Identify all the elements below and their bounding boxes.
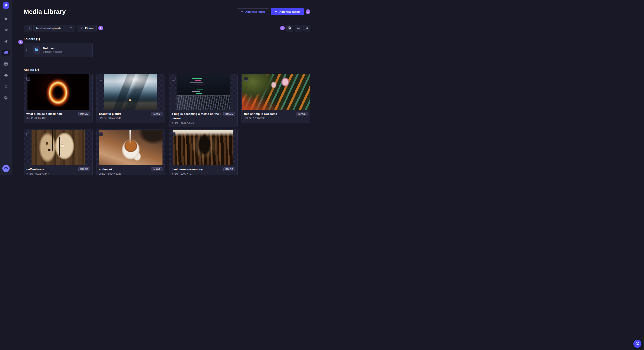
asset-card-footer: coffee-art JPEG - 5824✕3259 IMAGE bbox=[96, 165, 165, 175]
latte-art-image bbox=[99, 130, 162, 165]
asset-name: what-s-inside-a-black-hole bbox=[26, 112, 62, 116]
asset-card[interactable]: the-internet-s-own-boy JPEG - 1200✕707 I… bbox=[169, 130, 238, 175]
asset-checkbox[interactable] bbox=[244, 77, 248, 81]
asset-type-badge: IMAGE bbox=[78, 112, 90, 116]
asset-thumbnail bbox=[169, 130, 238, 165]
asset-thumbnail bbox=[24, 74, 92, 110]
asset-info: the-internet-s-own-boy JPEG - 1200✕707 bbox=[172, 167, 203, 175]
asset-meta: JPEG - 5824✕3259 bbox=[99, 172, 122, 175]
asset-meta: JPEG - 1200✕630 bbox=[244, 117, 277, 120]
sidebar-item-marketplace[interactable] bbox=[2, 83, 10, 90]
plus-icon bbox=[240, 10, 244, 14]
user-avatar[interactable]: KD bbox=[2, 165, 10, 172]
asset-card[interactable]: a-bug-is-becoming-a-meme-on-the-internet… bbox=[169, 74, 238, 127]
list-view-button[interactable] bbox=[295, 25, 302, 31]
toolbar-right: 3 bbox=[280, 25, 310, 31]
folder-meta: 0 folder, 4 assets bbox=[43, 50, 62, 53]
folder-info: Not used 0 folder, 4 assets bbox=[43, 47, 62, 53]
workspace-logo-button[interactable] bbox=[0, 0, 12, 12]
library-man-image bbox=[173, 130, 234, 165]
asset-info: what-s-inside-a-black-hole JPEG - 800✕46… bbox=[26, 112, 62, 120]
assets-toolbar: Most recent uploads Filters 2 3 bbox=[24, 25, 310, 31]
sidebar-item-releases[interactable] bbox=[2, 38, 10, 45]
asset-card[interactable]: this-shrimp-is-awesome JPEG - 1200✕630 I… bbox=[241, 74, 310, 123]
asset-name: this-shrimp-is-awesome bbox=[244, 112, 277, 116]
coffee-beans-image bbox=[32, 130, 85, 165]
gear-icon bbox=[288, 26, 292, 30]
mountains-image bbox=[104, 74, 158, 110]
filters-button[interactable]: Filters bbox=[77, 25, 97, 31]
gear-icon bbox=[4, 96, 8, 101]
folder-name: Not used bbox=[43, 47, 62, 50]
sidebar: KD bbox=[0, 0, 12, 175]
layout-icon bbox=[4, 62, 8, 67]
sidebar-item-deploy[interactable] bbox=[2, 72, 10, 79]
folders-section: 4 Folders (1) Not used 0 folder, 4 asset… bbox=[24, 37, 310, 57]
search-button[interactable] bbox=[304, 25, 310, 31]
asset-card-footer: a-bug-is-becoming-a-meme-on-the-internet… bbox=[169, 110, 238, 127]
tour-badge-4[interactable]: 4 bbox=[18, 40, 23, 44]
asset-type-badge: IMAGE bbox=[78, 167, 90, 172]
asset-checkbox[interactable] bbox=[172, 132, 176, 136]
sidebar-item-media-library[interactable] bbox=[2, 49, 10, 56]
asset-thumbnail bbox=[169, 74, 238, 110]
sidebar-nav bbox=[2, 16, 10, 101]
asset-name: beautiful-picture bbox=[99, 112, 122, 116]
asset-card-footer: beautiful-picture JPEG - 3824✕2548 IMAGE bbox=[96, 110, 165, 122]
asset-checkbox[interactable] bbox=[26, 132, 30, 136]
asset-card[interactable]: coffee-beans JPEG - 5021✕3347 IMAGE bbox=[24, 130, 93, 175]
tour-badge-3[interactable]: 3 bbox=[280, 26, 285, 30]
asset-type-badge: IMAGE bbox=[296, 112, 308, 116]
asset-name: the-internet-s-own-boy bbox=[172, 167, 203, 172]
section-divider bbox=[24, 63, 310, 63]
asset-card[interactable]: what-s-inside-a-black-hole JPEG - 800✕46… bbox=[24, 74, 93, 123]
select-all-button[interactable] bbox=[24, 25, 32, 31]
main-content: Media Library Add new folder Add new ass… bbox=[12, 0, 322, 175]
asset-meta: JPEG - 3628✕2419 bbox=[172, 121, 222, 124]
assets-section: Assets (7) what-s-inside-a-black-hole JP… bbox=[24, 68, 310, 175]
sidebar-item-settings[interactable] bbox=[2, 95, 10, 101]
asset-thumbnail bbox=[96, 74, 165, 110]
asset-info: coffee-art JPEG - 5824✕3259 bbox=[99, 167, 122, 175]
asset-checkbox[interactable] bbox=[26, 77, 30, 81]
assets-grid: what-s-inside-a-black-hole JPEG - 800✕46… bbox=[24, 74, 310, 175]
tour-badge-2[interactable]: 2 bbox=[98, 26, 103, 30]
black-hole-image bbox=[28, 74, 88, 110]
page-header: Media Library Add new folder Add new ass… bbox=[24, 8, 310, 15]
asset-thumbnail bbox=[96, 130, 165, 165]
asset-meta: JPEG - 800✕466 bbox=[26, 117, 62, 120]
asset-meta: JPEG - 3824✕2548 bbox=[99, 117, 122, 120]
asset-info: beautiful-picture JPEG - 3824✕2548 bbox=[99, 112, 122, 120]
asset-name: a-bug-is-becoming-a-meme-on-the-internet bbox=[172, 112, 222, 121]
asset-checkbox[interactable] bbox=[99, 132, 103, 136]
asset-info: this-shrimp-is-awesome JPEG - 1200✕630 bbox=[244, 112, 277, 120]
sidebar-item-home[interactable] bbox=[2, 16, 10, 22]
folder-checkbox[interactable] bbox=[26, 48, 30, 52]
folder-icon-tile bbox=[33, 46, 40, 54]
asset-card-footer: coffee-beans JPEG - 5021✕3347 IMAGE bbox=[24, 165, 92, 175]
asset-type-badge: IMAGE bbox=[151, 167, 162, 172]
asset-checkbox[interactable] bbox=[99, 77, 103, 81]
add-new-assets-button[interactable]: Add new assets bbox=[271, 8, 304, 15]
assets-heading: Assets (7) bbox=[24, 68, 310, 71]
tour-badge-1[interactable]: 1 bbox=[306, 9, 310, 14]
add-new-folder-button[interactable]: Add new folder bbox=[236, 8, 269, 15]
plus-icon bbox=[274, 10, 278, 14]
asset-card[interactable]: beautiful-picture JPEG - 3824✕2548 IMAGE bbox=[96, 74, 165, 123]
asset-checkbox[interactable] bbox=[172, 77, 176, 81]
sidebar-item-content-type-builder[interactable] bbox=[2, 61, 10, 68]
asset-thumbnail bbox=[24, 130, 92, 165]
asset-card[interactable]: coffee-art JPEG - 5824✕3259 IMAGE bbox=[96, 130, 165, 175]
asset-card-footer: this-shrimp-is-awesome JPEG - 1200✕630 I… bbox=[242, 110, 310, 122]
asset-card-footer: what-s-inside-a-black-hole JPEG - 800✕46… bbox=[24, 110, 92, 122]
search-icon bbox=[305, 26, 309, 30]
sort-dropdown[interactable]: Most recent uploads bbox=[34, 25, 75, 31]
asset-type-badge: IMAGE bbox=[224, 112, 235, 116]
grid-settings-button[interactable] bbox=[286, 25, 293, 31]
folder-card[interactable]: Not used 0 folder, 4 assets bbox=[24, 43, 93, 57]
sidebar-item-content-manager[interactable] bbox=[2, 27, 10, 34]
folders-heading: Folders (1) bbox=[24, 37, 310, 41]
toolbar-left: Most recent uploads Filters 2 bbox=[24, 25, 103, 31]
asset-thumbnail bbox=[242, 74, 310, 110]
cloud-icon bbox=[4, 73, 8, 78]
